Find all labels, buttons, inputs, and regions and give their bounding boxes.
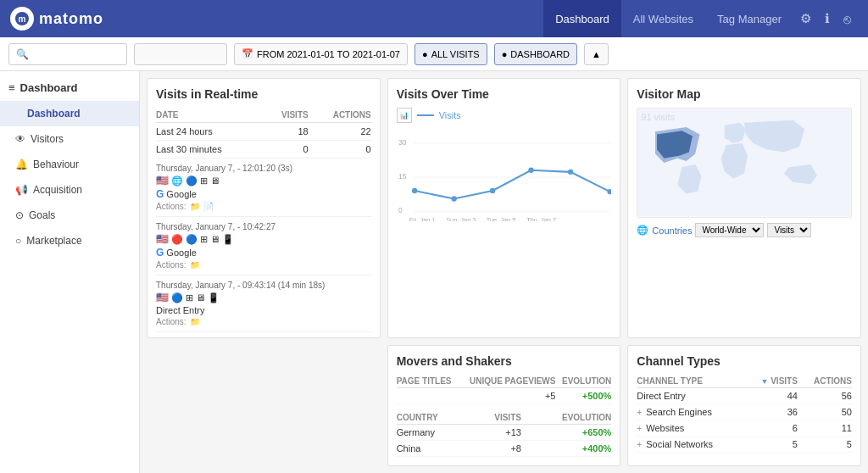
svg-text:Fri, Jan 1: Fri, Jan 1 [409, 216, 435, 221]
os-icon: ⊞ [200, 175, 208, 186]
search-box[interactable]: 🔍 [8, 43, 127, 65]
cell-pageviews: +5 [459, 388, 556, 404]
map-title: Visitor Map [637, 87, 852, 101]
sidebar-item-label: Marketplace [26, 235, 81, 247]
cell-evolution: +500% [555, 388, 611, 404]
all-visits-btn[interactable]: ● ALL VISITS [415, 43, 487, 65]
visit-time: Thursday, January 7, - 10:42:27 [156, 222, 371, 231]
region-select[interactable]: World-Wide [695, 223, 764, 237]
actions-row: Actions: 📁 📄 [156, 202, 371, 211]
cell-date: Last 30 minutes [156, 141, 264, 159]
table-row: + Search Engines 36 50 [637, 404, 852, 420]
cell-actions: 0 [309, 141, 371, 159]
sidebar-item-label: Behaviour [33, 159, 79, 170]
table-row: +5 +500% [397, 388, 612, 404]
sidebar: ≡ Dashboard Dashboard 👁 Visitors 🔔 Behav… [0, 71, 140, 473]
realtime-title: Visits in Real-time [156, 87, 371, 101]
nav-dashboard[interactable]: Dashboard [543, 0, 621, 37]
svg-point-8 [412, 188, 417, 193]
browser-icon: 🔵 [171, 292, 183, 303]
channels-title: Channel Types [637, 354, 852, 368]
browser-icon: 🔴 [171, 234, 183, 245]
cell-date: Last 24 hours [156, 123, 264, 141]
movers-page-table: PAGE TITLES UNIQUE PAGEVIEWS EVOLUTION +… [397, 375, 612, 404]
nav-tag-manager[interactable]: Tag Manager [705, 0, 793, 37]
collapse-btn[interactable]: ▲ [584, 43, 609, 65]
segment-dot-icon: ● [422, 49, 428, 59]
svg-point-12 [568, 170, 573, 175]
visit-flags: 🇺🇸 🔵 ⊞ 🖥 📱 [156, 292, 371, 303]
cell-actions: 56 [798, 388, 852, 404]
flag-us-icon: 🇺🇸 [156, 233, 169, 245]
actions-row: Actions: 📁 [156, 260, 371, 270]
table-row: China +8 +400% [397, 441, 612, 457]
marketplace-icon: ○ [15, 235, 21, 247]
cell-visits: 36 [745, 404, 798, 420]
logout-icon[interactable]: ⎋ [837, 12, 858, 26]
col-country: COUNTRY [397, 411, 472, 425]
cell-channel: + Websites [637, 420, 745, 437]
search-input[interactable] [32, 48, 120, 60]
info-icon[interactable]: ℹ [818, 11, 837, 26]
cell-actions: 22 [309, 123, 371, 141]
visit-flags: 🇺🇸 🔴 🔵 ⊞ 🖥 📱 [156, 233, 371, 245]
visit-time: Thursday, January 7, - 12:01:20 (3s) [156, 164, 371, 173]
expand-icon[interactable]: + [637, 424, 642, 433]
logo-text: matomo [39, 10, 103, 28]
legend-label: Visits [439, 110, 461, 120]
google-g-icon: G [156, 188, 164, 200]
site-selector[interactable] [134, 43, 227, 65]
col-evolution: EVOLUTION [521, 411, 611, 425]
svg-text:Tue, Jan 5: Tue, Jan 5 [486, 216, 515, 221]
nav-all-websites[interactable]: All Websites [621, 0, 705, 37]
cell-visits: 6 [745, 420, 798, 437]
sidebar-item-acquisition[interactable]: 📢 Acquisition [0, 177, 139, 203]
sidebar-item-behaviour[interactable]: 🔔 Behaviour [0, 152, 139, 177]
settings-icon[interactable]: ⚙ [793, 11, 818, 26]
expand-icon[interactable]: + [637, 440, 642, 449]
expand-icon[interactable]: + [637, 408, 642, 417]
dashboard-btn[interactable]: ● DASHBOARD [494, 43, 577, 65]
col-visits: VISITS [264, 108, 309, 123]
table-row: + Social Networks 5 5 [637, 437, 852, 453]
sidebar-item-label: Goals [29, 209, 55, 221]
visit-time: Thursday, January 7, - 09:43:14 (14 min … [156, 281, 371, 290]
col-visits: VISITS [472, 411, 521, 425]
calendar-icon: 📅 [242, 48, 253, 59]
menu-icon: ≡ [8, 81, 15, 94]
cell-evolution: +650% [521, 425, 611, 441]
logo-icon: m [10, 7, 34, 31]
table-row: + Websites 6 11 [637, 420, 852, 437]
widget-realtime: Visits in Real-time DATE VISITS ACTIONS … [147, 78, 381, 338]
cell-visits: 5 [745, 437, 798, 453]
cell-channel: Direct Entry [637, 388, 745, 404]
folder-icon: 📁 [190, 202, 200, 211]
chrome-icon: 🔵 [186, 234, 198, 245]
map-container: 91 visits [637, 108, 852, 218]
chart-icon: 📊 [397, 108, 412, 123]
mobile-icon: 📱 [208, 292, 220, 303]
svg-text:30: 30 [398, 138, 407, 147]
widget-channels: Channel Types CHANNEL TYPE ▼ VISITS ACTI… [627, 345, 861, 466]
sidebar-item-visitors[interactable]: 👁 Visitors [0, 126, 139, 152]
sidebar-item-dashboard[interactable]: Dashboard [0, 101, 139, 126]
svg-point-10 [490, 188, 495, 193]
map-controls: 🌐 Countries World-Wide Visits [637, 223, 852, 237]
goal-icon: ⊙ [15, 209, 24, 221]
svg-text:15: 15 [398, 172, 407, 181]
actions-label: Actions: [156, 202, 186, 211]
widget-movers: Movers and Shakers PAGE TITLES UNIQUE PA… [387, 345, 621, 466]
col-page-titles: PAGE TITLES [397, 375, 459, 388]
metric-select[interactable]: Visits [767, 223, 811, 237]
sidebar-item-marketplace[interactable]: ○ Marketplace [0, 228, 139, 253]
sidebar-item-label: Visitors [31, 133, 64, 145]
date-range-btn[interactable]: 📅 FROM 2021-01-01 TO 2021-01-07 [234, 43, 408, 65]
cell-visits: 18 [264, 123, 309, 141]
svg-text:Sun, Jan 3: Sun, Jan 3 [446, 216, 476, 221]
countries-label[interactable]: Countries [652, 225, 692, 236]
sidebar-item-goals[interactable]: ⊙ Goals [0, 203, 139, 228]
eye-icon: 👁 [15, 133, 25, 145]
source-label: Google [166, 248, 196, 258]
cell-actions: 50 [798, 404, 852, 420]
overtime-title: Visits Over Time [397, 87, 612, 101]
